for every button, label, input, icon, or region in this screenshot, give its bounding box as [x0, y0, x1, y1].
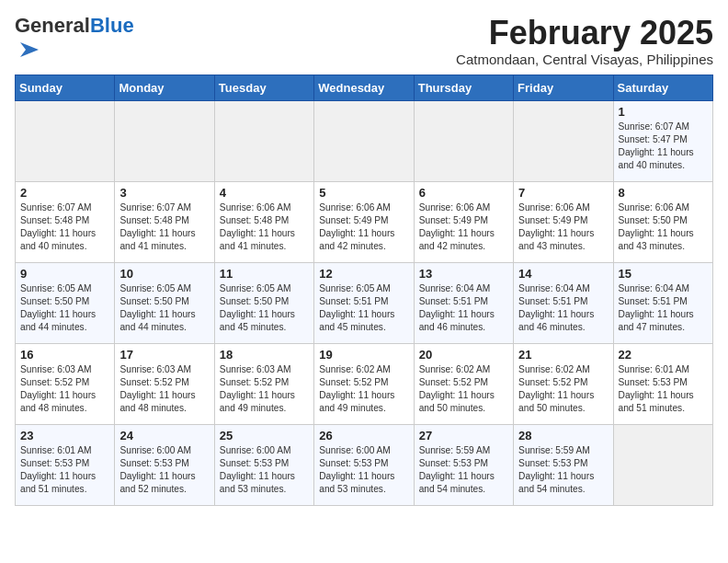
day-info: Sunrise: 5:59 AM Sunset: 5:53 PM Dayligh…: [518, 444, 608, 497]
day-number: 17: [119, 348, 209, 362]
day-info: Sunrise: 6:04 AM Sunset: 5:51 PM Dayligh…: [419, 282, 508, 335]
calendar-cell: 26Sunrise: 6:00 AM Sunset: 5:53 PM Dayli…: [314, 424, 414, 505]
day-info: Sunrise: 6:02 AM Sunset: 5:52 PM Dayligh…: [419, 363, 508, 416]
calendar-cell: 5Sunrise: 6:06 AM Sunset: 5:49 PM Daylig…: [314, 181, 414, 262]
calendar-cell: 10Sunrise: 6:05 AM Sunset: 5:50 PM Dayli…: [115, 262, 214, 343]
calendar-cell: 1Sunrise: 6:07 AM Sunset: 5:47 PM Daylig…: [613, 100, 712, 181]
calendar-table: SundayMondayTuesdayWednesdayThursdayFrid…: [15, 75, 713, 506]
day-number: 26: [319, 429, 408, 442]
calendar-cell: 28Sunrise: 5:59 AM Sunset: 5:53 PM Dayli…: [514, 424, 613, 505]
col-header-tuesday: Tuesday: [214, 75, 313, 100]
week-row-4: 16Sunrise: 6:03 AM Sunset: 5:52 PM Dayli…: [16, 343, 713, 424]
calendar-cell: 6Sunrise: 6:06 AM Sunset: 5:49 PM Daylig…: [414, 181, 513, 262]
day-number: 9: [20, 267, 109, 281]
day-number: 15: [619, 267, 708, 281]
week-row-5: 23Sunrise: 6:01 AM Sunset: 5:53 PM Dayli…: [16, 424, 713, 505]
calendar-cell: [514, 100, 613, 181]
day-number: 11: [220, 267, 309, 281]
calendar-cell: [414, 100, 513, 181]
day-number: 21: [518, 348, 608, 362]
day-info: Sunrise: 6:05 AM Sunset: 5:51 PM Dayligh…: [319, 282, 408, 335]
day-info: Sunrise: 6:03 AM Sunset: 5:52 PM Dayligh…: [220, 363, 309, 416]
logo-general-text: General: [15, 14, 90, 37]
col-header-sunday: Sunday: [16, 75, 115, 100]
day-info: Sunrise: 6:06 AM Sunset: 5:48 PM Dayligh…: [220, 201, 309, 254]
calendar-cell: 2Sunrise: 6:07 AM Sunset: 5:48 PM Daylig…: [16, 181, 115, 262]
day-number: 12: [319, 267, 408, 281]
day-number: 5: [319, 186, 408, 200]
day-info: Sunrise: 6:06 AM Sunset: 5:49 PM Dayligh…: [518, 201, 608, 254]
page-header: GeneralBlue February 2025 Catmondaan, Ce…: [15, 15, 713, 67]
week-row-1: 1Sunrise: 6:07 AM Sunset: 5:47 PM Daylig…: [16, 100, 713, 181]
day-info: Sunrise: 6:00 AM Sunset: 5:53 PM Dayligh…: [220, 444, 309, 497]
calendar-cell: [16, 100, 115, 181]
calendar-cell: 27Sunrise: 5:59 AM Sunset: 5:53 PM Dayli…: [414, 424, 513, 505]
calendar-cell: 3Sunrise: 6:07 AM Sunset: 5:48 PM Daylig…: [115, 181, 214, 262]
day-info: Sunrise: 6:00 AM Sunset: 5:53 PM Dayligh…: [319, 444, 408, 497]
day-number: 14: [518, 267, 608, 281]
week-row-2: 2Sunrise: 6:07 AM Sunset: 5:48 PM Daylig…: [16, 181, 713, 262]
day-info: Sunrise: 6:03 AM Sunset: 5:52 PM Dayligh…: [119, 363, 209, 416]
day-info: Sunrise: 6:07 AM Sunset: 5:48 PM Dayligh…: [20, 201, 109, 254]
day-info: Sunrise: 6:01 AM Sunset: 5:53 PM Dayligh…: [619, 363, 708, 416]
calendar-cell: 22Sunrise: 6:01 AM Sunset: 5:53 PM Dayli…: [613, 343, 712, 424]
day-number: 7: [518, 186, 608, 200]
day-number: 20: [419, 348, 508, 362]
week-row-3: 9Sunrise: 6:05 AM Sunset: 5:50 PM Daylig…: [16, 262, 713, 343]
day-number: 28: [518, 429, 608, 442]
day-number: 3: [119, 186, 209, 200]
day-number: 23: [20, 429, 109, 442]
logo-icon: [17, 37, 42, 63]
day-info: Sunrise: 6:07 AM Sunset: 5:47 PM Dayligh…: [619, 121, 708, 173]
day-info: Sunrise: 6:03 AM Sunset: 5:52 PM Dayligh…: [20, 363, 109, 416]
calendar-cell: 20Sunrise: 6:02 AM Sunset: 5:52 PM Dayli…: [414, 343, 513, 424]
day-number: 10: [119, 267, 209, 281]
calendar-cell: 18Sunrise: 6:03 AM Sunset: 5:52 PM Dayli…: [214, 343, 313, 424]
header-row: SundayMondayTuesdayWednesdayThursdayFrid…: [16, 75, 713, 100]
calendar-cell: 24Sunrise: 6:00 AM Sunset: 5:53 PM Dayli…: [115, 424, 214, 505]
calendar-cell: 11Sunrise: 6:05 AM Sunset: 5:50 PM Dayli…: [214, 262, 313, 343]
day-number: 6: [419, 186, 508, 200]
day-number: 16: [20, 348, 109, 362]
calendar-cell: 7Sunrise: 6:06 AM Sunset: 5:49 PM Daylig…: [514, 181, 613, 262]
month-title: February 2025: [456, 15, 713, 52]
logo: GeneralBlue: [15, 15, 134, 66]
calendar-cell: 12Sunrise: 6:05 AM Sunset: 5:51 PM Dayli…: [314, 262, 414, 343]
day-info: Sunrise: 6:06 AM Sunset: 5:49 PM Dayligh…: [419, 201, 508, 254]
day-info: Sunrise: 6:04 AM Sunset: 5:51 PM Dayligh…: [619, 282, 708, 335]
day-number: 19: [319, 348, 408, 362]
day-info: Sunrise: 6:02 AM Sunset: 5:52 PM Dayligh…: [518, 363, 608, 416]
calendar-cell: 17Sunrise: 6:03 AM Sunset: 5:52 PM Dayli…: [115, 343, 214, 424]
day-info: Sunrise: 6:02 AM Sunset: 5:52 PM Dayligh…: [319, 363, 408, 416]
calendar-cell: [613, 424, 712, 505]
day-number: 1: [619, 105, 708, 119]
calendar-cell: [314, 100, 414, 181]
calendar-cell: 4Sunrise: 6:06 AM Sunset: 5:48 PM Daylig…: [214, 181, 313, 262]
day-info: Sunrise: 5:59 AM Sunset: 5:53 PM Dayligh…: [419, 444, 508, 497]
col-header-saturday: Saturday: [613, 75, 712, 100]
day-info: Sunrise: 6:04 AM Sunset: 5:51 PM Dayligh…: [518, 282, 608, 335]
day-info: Sunrise: 6:00 AM Sunset: 5:53 PM Dayligh…: [119, 444, 209, 497]
calendar-cell: 19Sunrise: 6:02 AM Sunset: 5:52 PM Dayli…: [314, 343, 414, 424]
day-number: 13: [419, 267, 508, 281]
calendar-cell: 25Sunrise: 6:00 AM Sunset: 5:53 PM Dayli…: [214, 424, 313, 505]
day-number: 18: [220, 348, 309, 362]
col-header-thursday: Thursday: [414, 75, 513, 100]
day-number: 4: [220, 186, 309, 200]
day-number: 25: [220, 429, 309, 442]
svg-marker-0: [20, 42, 39, 57]
day-number: 24: [119, 429, 209, 442]
day-info: Sunrise: 6:05 AM Sunset: 5:50 PM Dayligh…: [119, 282, 209, 335]
calendar-cell: 8Sunrise: 6:06 AM Sunset: 5:50 PM Daylig…: [613, 181, 712, 262]
day-info: Sunrise: 6:06 AM Sunset: 5:49 PM Dayligh…: [319, 201, 408, 254]
day-number: 22: [619, 348, 708, 362]
col-header-friday: Friday: [514, 75, 613, 100]
day-info: Sunrise: 6:01 AM Sunset: 5:53 PM Dayligh…: [20, 444, 109, 497]
day-number: 2: [20, 186, 109, 200]
calendar-cell: [115, 100, 214, 181]
calendar-cell: 23Sunrise: 6:01 AM Sunset: 5:53 PM Dayli…: [16, 424, 115, 505]
calendar-cell: 21Sunrise: 6:02 AM Sunset: 5:52 PM Dayli…: [514, 343, 613, 424]
calendar-cell: 15Sunrise: 6:04 AM Sunset: 5:51 PM Dayli…: [613, 262, 712, 343]
day-info: Sunrise: 6:06 AM Sunset: 5:50 PM Dayligh…: [619, 201, 708, 254]
day-info: Sunrise: 6:07 AM Sunset: 5:48 PM Dayligh…: [119, 201, 209, 254]
